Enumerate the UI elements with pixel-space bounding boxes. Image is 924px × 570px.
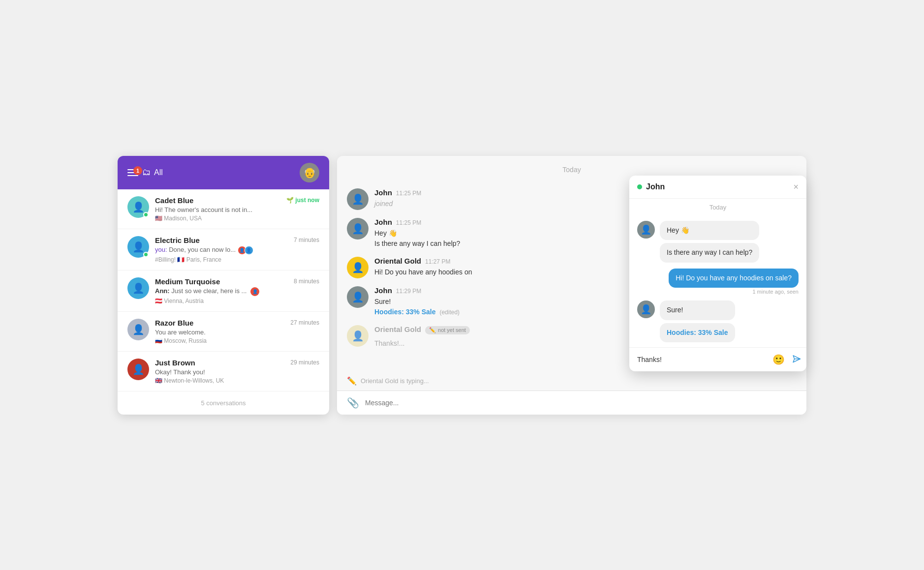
seen-label: 1 minute ago, seen — [752, 289, 799, 295]
stack-avatar: 👤 — [250, 287, 259, 296]
list-item[interactable]: 👤 Electric Blue 7 minutes you: Done, you… — [118, 229, 329, 270]
msg-status: ✏️ not yet sent — [425, 326, 470, 334]
conv-meta: 🇬🇧 Newton-le-Willows, UK — [155, 377, 319, 384]
typing-indicator: ✏️ Oriental Gold is typing... — [337, 371, 806, 390]
person-icon: 👤 — [132, 282, 145, 294]
conv-preview: Ann: Just so we clear, here is ... 👤 — [155, 287, 319, 296]
bubble-wrap: Hey 👋 Is there any way I can help? — [660, 221, 759, 263]
msg-bubble: Is there any way I can help? — [660, 243, 759, 263]
msg-bubble: Hi! Do you have any hoodies on sale? — [669, 269, 799, 288]
avatar: 👤 — [127, 236, 149, 258]
conv-meta: 🇦🇹 Vienna, Austria — [155, 298, 319, 304]
person-icon: 👤 — [132, 324, 145, 335]
mini-chat: John × Today 👤 Hey 👋 Is there any way I … — [629, 176, 806, 372]
conv-body: Razor Blue 27 minutes You are welcome. 🇷… — [155, 319, 319, 344]
chat-input-area: 📎 — [337, 390, 806, 415]
msg-bubble: Hi! Do you have any hoodies on — [374, 267, 472, 277]
list-item[interactable]: 👤 Razor Blue 27 minutes You are welcome.… — [118, 312, 329, 352]
avatar: 👤 — [347, 257, 369, 278]
hoodies-link[interactable]: Hoodies: 33% Sale — [667, 329, 728, 336]
conv-time: 8 minutes — [294, 278, 319, 285]
close-button[interactable]: × — [793, 182, 799, 191]
online-indicator — [637, 184, 642, 189]
conv-name: Electric Blue — [155, 236, 200, 244]
conv-name: Cadet Blue — [155, 196, 193, 205]
conv-preview: You are welcome. — [155, 329, 319, 336]
pencil-icon: ✏️ — [347, 376, 357, 386]
conv-header: 1 🗂 All 👴 — [118, 156, 329, 189]
notification-badge: 1 — [133, 166, 142, 175]
person-icon: 👤 — [132, 201, 145, 213]
conv-preview: you: Done, you can now lo... 👤 👤 — [155, 246, 319, 255]
send-button[interactable] — [787, 353, 801, 367]
online-indicator — [143, 212, 149, 217]
msg-time: 11:27 PM — [425, 258, 450, 265]
inbox-icon: 🗂 — [142, 167, 151, 178]
conv-body: Just Brown 29 minutes Okay! Thank you! 🇬… — [155, 359, 319, 384]
mini-input-area: 🙂 — [629, 347, 806, 371]
list-item[interactable]: 👤 Medium Turquoise 8 minutes Ann: Just s… — [118, 270, 329, 312]
mini-chat-header: John × — [629, 176, 806, 199]
attach-icon[interactable]: 📎 — [347, 397, 359, 409]
avatar: 👤 — [127, 277, 149, 299]
message-input[interactable] — [365, 399, 797, 407]
msg-content: Oriental Gold 11:27 PM Hi! Do you have a… — [374, 257, 472, 277]
conv-header-left: 1 🗂 All — [127, 167, 163, 178]
list-item[interactable]: 👤 Cadet Blue 🌱 just now Hi! The owner's … — [118, 189, 329, 229]
msg-bubble: Sure! — [660, 300, 735, 320]
hoodies-link[interactable]: Hoodies: 33% Sale — [374, 308, 436, 316]
conv-name: Just Brown — [155, 359, 195, 367]
msg-bubble: joined — [374, 199, 421, 209]
conv-body: Electric Blue 7 minutes you: Done, you c… — [155, 236, 319, 263]
msg-bubble: Sure! Hoodies: 33% Sale (edited) — [374, 297, 460, 317]
conv-time: 29 minutes — [290, 359, 319, 366]
avatar: 👤 — [347, 188, 369, 210]
avatar: 👤 — [347, 286, 369, 308]
avatar: 👤 — [127, 319, 149, 340]
mini-date-separator: Today — [629, 199, 806, 216]
conv-name: Razor Blue — [155, 319, 193, 327]
bubble-wrap: Sure! Hoodies: 33% Sale — [660, 300, 735, 342]
mini-message-input[interactable] — [637, 356, 768, 363]
msg-content: John 11:25 PM joined — [374, 188, 421, 209]
conv-time: 7 minutes — [294, 237, 319, 243]
online-indicator — [143, 252, 149, 257]
conversation-items: 👤 Cadet Blue 🌱 just now Hi! The owner's … — [118, 189, 329, 391]
msg-bubble: Hey 👋 — [660, 221, 759, 240]
mini-messages: 👤 Hey 👋 Is there any way I can help? Hi!… — [629, 216, 806, 348]
msg-time: 11:25 PM — [396, 219, 421, 226]
msg-sender: John — [374, 286, 392, 295]
list-item[interactable]: 👤 Just Brown 29 minutes Okay! Thank you!… — [118, 352, 329, 391]
avatar: 👤 — [127, 359, 149, 380]
avatar: 👤 — [637, 300, 655, 318]
conv-time: 🌱 just now — [286, 197, 319, 204]
msg-content: Oriental Gold ✏️ not yet sent Thanks!... — [374, 325, 470, 349]
msg-content: John 11:29 PM Sure! Hoodies: 33% Sale (e… — [374, 286, 460, 317]
list-item: Hi! Do you have any hoodies on sale? 1 m… — [637, 269, 799, 295]
all-label: 🗂 All — [142, 167, 163, 178]
conversation-list: 1 🗂 All 👴 👤 Cadet Blue — [118, 156, 329, 415]
person-icon: 👤 — [132, 241, 145, 253]
conv-meta: #Billing! 🇫🇷 Paris, France — [155, 256, 319, 263]
conv-name: Medium Turquoise — [155, 277, 220, 286]
user-avatar-header[interactable]: 👴 — [300, 163, 319, 182]
menu-button[interactable]: 1 — [127, 169, 138, 176]
msg-bubble: Hey 👋 Is there any way I can help? — [374, 228, 460, 249]
pending-icon: ✏️ — [429, 327, 436, 333]
msg-bubble: Hoodies: 33% Sale — [660, 323, 735, 343]
msg-content: John 11:25 PM Hey 👋 Is there any way I c… — [374, 218, 460, 249]
conv-body: Cadet Blue 🌱 just now Hi! The owner's ac… — [155, 196, 319, 222]
msg-sender: Oriental Gold — [374, 325, 421, 333]
emoji-icon[interactable]: 🙂 — [772, 354, 785, 365]
conv-preview: Hi! The owner's account is not in... — [155, 206, 319, 213]
app-container: 1 🗂 All 👴 👤 Cadet Blue — [118, 156, 806, 415]
msg-time: 11:25 PM — [396, 190, 421, 197]
conv-preview: Okay! Thank you! — [155, 368, 319, 376]
avatar: 👤 — [127, 196, 149, 218]
person-icon: 👤 — [132, 363, 145, 375]
edited-label: (edited) — [439, 309, 460, 316]
msg-sender: John — [374, 218, 392, 226]
msg-sender: Oriental Gold — [374, 257, 421, 265]
msg-sender: John — [374, 188, 392, 197]
mini-chat-name: John — [646, 182, 665, 191]
